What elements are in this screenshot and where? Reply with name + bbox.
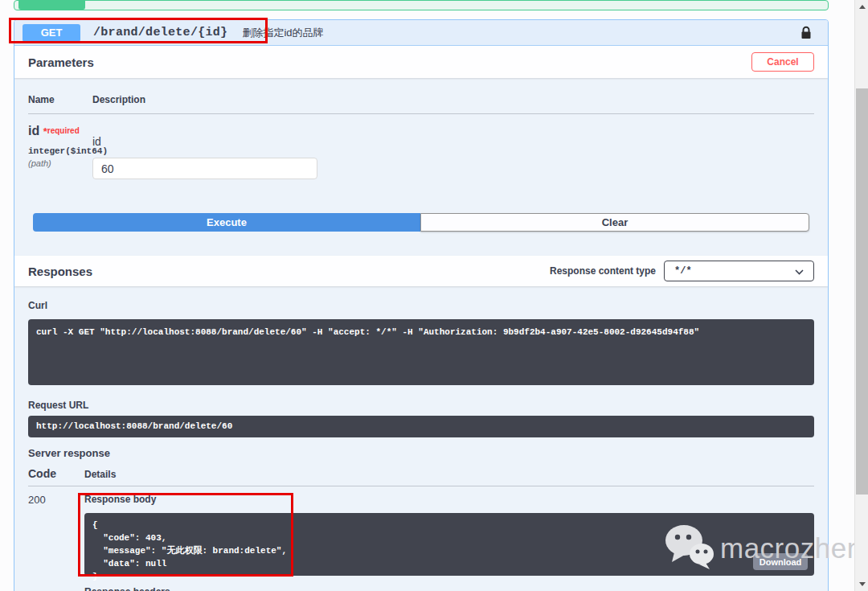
parameters-title: Parameters [28, 55, 94, 69]
get-method-badge: GET [23, 24, 80, 42]
scrollbar-down-arrow[interactable] [855, 577, 868, 591]
responses-header: Responses Response content type */* [14, 256, 828, 286]
endpoint-path: /brand/delete/{id} [93, 26, 227, 39]
response-body-label: Response body [84, 494, 814, 505]
responses-title: Responses [28, 265, 92, 278]
execute-wrapper: Execute Clear [33, 213, 809, 232]
response-body-json: { "code": 403, "message": "无此权限: brand:d… [92, 519, 806, 584]
response-headers-label: Response headers [84, 586, 814, 591]
response-row: 200 Response body { "code": 403, "messag… [28, 486, 814, 591]
cancel-button[interactable]: Cancel [751, 52, 814, 72]
request-url-block: http://localhost:8088/brand/delete/60 [28, 416, 814, 437]
swagger-content: GET /brand/delete/{id} 删除指定id的品牌 Paramet… [14, 0, 829, 591]
execute-button[interactable]: Execute [33, 213, 420, 232]
scrollbar-thumb[interactable] [856, 88, 868, 495]
parameters-table-header: Name Description [28, 94, 814, 114]
download-button[interactable]: Download [753, 553, 808, 570]
response-content-type-select[interactable]: */* [664, 261, 814, 281]
content-type-value: */* [674, 265, 795, 277]
parameter-location: (path) [28, 158, 92, 168]
description-column-header: Description [92, 94, 145, 105]
parameter-description: id [92, 135, 814, 148]
authorization-lock-icon[interactable] [800, 26, 812, 39]
curl-label: Curl [28, 300, 814, 311]
parameters-header: Parameters Cancel [14, 46, 828, 78]
previous-endpoint-block[interactable] [14, 0, 829, 10]
curl-command-block: curl -X GET "http://localhost:8088/brand… [28, 319, 814, 385]
server-response-label: Server response [28, 447, 814, 459]
details-column-header: Details [84, 469, 116, 480]
parameters-body: Name Description id *required integer($i… [14, 78, 828, 232]
required-label: required [47, 126, 80, 135]
chevron-down-icon [795, 264, 804, 278]
parameter-name: id *required [28, 124, 92, 138]
status-code: 200 [28, 494, 84, 591]
vertical-scrollbar[interactable] [854, 0, 868, 591]
post-method-badge [18, 0, 85, 10]
name-column-header: Name [28, 94, 92, 105]
response-content-type-group: Response content type */* [550, 261, 814, 281]
code-column-header: Code [28, 467, 84, 480]
response-details-cell: Response body { "code": 403, "message": … [84, 494, 814, 591]
parameter-meta: id *required integer($int64) (path) [28, 124, 92, 179]
response-body-block: { "code": 403, "message": "无此权限: brand:d… [84, 513, 814, 576]
response-content-type-label: Response content type [550, 265, 656, 277]
parameter-row-id: id *required integer($int64) (path) id [28, 114, 814, 179]
response-table-header: Code Details [28, 467, 814, 486]
request-url-label: Request URL [28, 400, 814, 411]
id-value-input[interactable] [92, 158, 317, 179]
endpoint-description: 删除指定id的品牌 [242, 26, 323, 40]
parameter-type: integer($int64) [28, 146, 92, 156]
clear-button[interactable]: Clear [420, 213, 809, 232]
scrollbar-up-arrow[interactable] [855, 0, 868, 14]
endpoint-summary-row[interactable]: GET /brand/delete/{id} 删除指定id的品牌 [14, 20, 828, 46]
responses-body: Curl curl -X GET "http://localhost:8088/… [14, 286, 828, 591]
get-brand-delete-opblock: GET /brand/delete/{id} 删除指定id的品牌 Paramet… [14, 19, 829, 591]
parameter-description-cell: id [92, 124, 814, 179]
